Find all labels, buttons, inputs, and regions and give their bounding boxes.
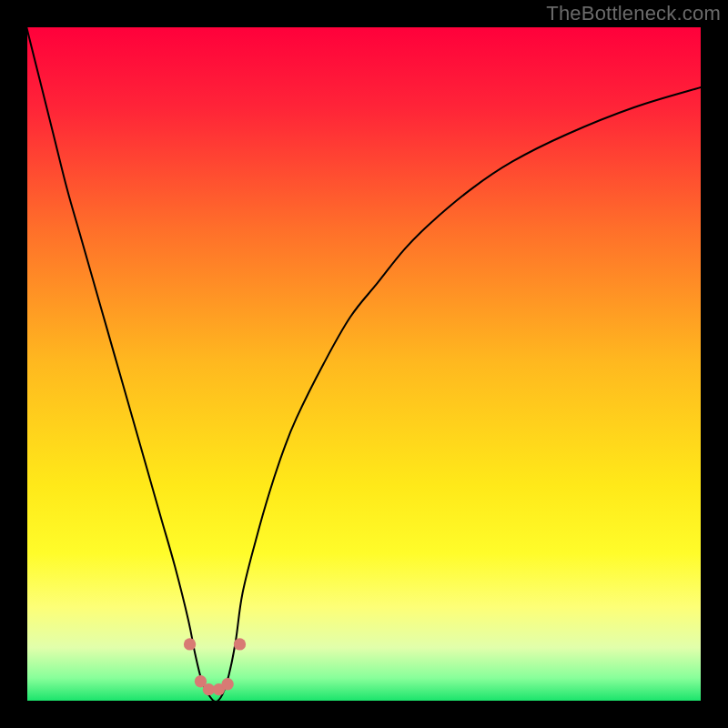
watermark-text: TheBottleneck.com <box>546 2 721 25</box>
gradient-background <box>27 27 701 701</box>
marker-dot <box>221 678 233 690</box>
outer-frame: TheBottleneck.com <box>0 0 728 728</box>
marker-dot <box>184 638 196 650</box>
marker-dot <box>234 638 246 650</box>
plot-area <box>27 27 701 701</box>
bottleneck-chart <box>27 27 701 701</box>
